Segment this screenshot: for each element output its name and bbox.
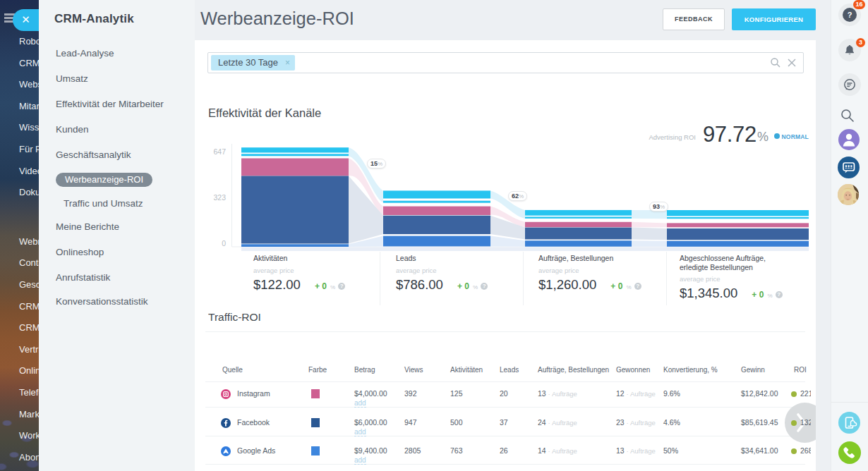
svg-text:323: 323 <box>213 193 226 202</box>
svg-text:647: 647 <box>213 147 226 156</box>
svg-text:0: 0 <box>222 239 226 247</box>
